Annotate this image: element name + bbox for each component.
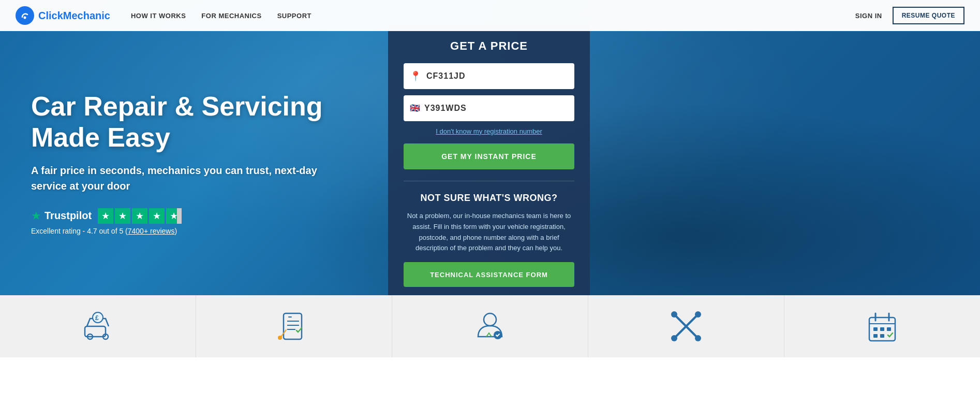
nav-links: HOW IT WORKS FOR MECHANICS SUPPORT xyxy=(131,12,855,20)
star-1: ★ xyxy=(98,208,113,224)
trustpilot-logo: ★ Trustpilot xyxy=(31,209,92,223)
nav-how-it-works[interactable]: HOW IT WORKS xyxy=(131,12,186,20)
checklist-icon xyxy=(276,308,312,344)
logo-icon xyxy=(16,6,34,25)
star-5-half: ★ xyxy=(166,208,182,224)
unknown-reg-link[interactable]: I don't know my registration number xyxy=(404,127,574,135)
svg-rect-25 xyxy=(873,327,878,331)
gb-flag-icon: 🇬🇧 xyxy=(410,103,420,113)
postcode-input-group[interactable]: 📍 xyxy=(404,63,574,89)
svg-rect-7 xyxy=(284,313,302,339)
tools-cross-icon xyxy=(668,308,704,344)
hero-section: Car Repair & Servicing Made Easy A fair … xyxy=(0,0,980,295)
svg-point-17 xyxy=(671,311,677,318)
logo-text: ClickMechanic xyxy=(38,10,110,22)
svg-point-0 xyxy=(20,10,30,21)
svg-rect-28 xyxy=(873,334,878,338)
money-car-icon: £ xyxy=(80,308,116,344)
trustpilot-name: Trustpilot xyxy=(44,210,92,222)
svg-text:£: £ xyxy=(95,314,99,322)
hero-text-block: Car Repair & Servicing Made Easy A fair … xyxy=(0,91,388,235)
svg-point-13 xyxy=(484,313,496,326)
location-icon: 📍 xyxy=(410,70,421,82)
hero-subtitle: A fair price in seconds, mechanics you c… xyxy=(31,163,331,194)
nav-right: SIGN IN RESUME QUOTE xyxy=(855,7,964,24)
icon-item-pricing: £ xyxy=(0,295,196,357)
card-divider xyxy=(404,181,574,181)
registration-input[interactable] xyxy=(424,104,568,113)
icon-item-mechanics xyxy=(392,295,588,357)
svg-rect-27 xyxy=(887,327,891,331)
hero-title: Car Repair & Servicing Made Easy xyxy=(31,91,357,153)
star-3: ★ xyxy=(132,208,147,224)
svg-rect-26 xyxy=(880,327,884,331)
resume-quote-button[interactable]: RESUME QUOTE xyxy=(893,7,964,24)
reviews-link[interactable]: 7400+ reviews xyxy=(128,227,175,235)
svg-point-18 xyxy=(695,311,701,318)
rating-text: Excellent rating - 4.7 out of 5 (7400+ r… xyxy=(31,227,357,235)
icon-item-tools xyxy=(588,295,784,357)
sign-in-link[interactable]: SIGN IN xyxy=(855,12,882,20)
postcode-input[interactable] xyxy=(426,71,568,81)
price-card-title: GET A PRICE xyxy=(404,39,574,53)
not-sure-description: Not a problem, our in-house mechanics te… xyxy=(404,211,574,254)
technical-assistance-button[interactable]: TECHNICAL ASSISTANCE FORM xyxy=(404,262,574,287)
get-price-button[interactable]: GET MY INSTANT PRICE xyxy=(404,143,574,169)
svg-rect-29 xyxy=(880,334,884,338)
price-card: GET A PRICE 📍 🇬🇧 I don't know my registr… xyxy=(388,24,590,295)
star-2: ★ xyxy=(115,208,130,224)
logo[interactable]: ClickMechanic xyxy=(16,6,110,25)
star-rating: ★ ★ ★ ★ ★ xyxy=(98,208,182,224)
icon-item-scheduling xyxy=(784,295,980,357)
svg-point-20 xyxy=(695,335,701,341)
navbar: ClickMechanic HOW IT WORKS FOR MECHANICS… xyxy=(0,0,980,31)
hero-content: Car Repair & Servicing Made Easy A fair … xyxy=(0,0,980,295)
nav-support[interactable]: SUPPORT xyxy=(277,12,311,20)
nav-for-mechanics[interactable]: FOR MECHANICS xyxy=(201,12,261,20)
calendar-check-icon xyxy=(864,308,900,344)
svg-point-1 xyxy=(24,17,26,19)
bottom-icons-row: £ xyxy=(0,295,980,357)
svg-point-19 xyxy=(671,335,677,341)
svg-point-12 xyxy=(278,336,282,340)
trustpilot-star-icon: ★ xyxy=(31,209,41,223)
not-sure-title: NOT SURE WHAT'S WRONG? xyxy=(404,193,574,204)
icon-item-booking xyxy=(196,295,392,357)
star-4: ★ xyxy=(149,208,165,224)
registration-input-group[interactable]: 🇬🇧 xyxy=(404,95,574,121)
trustpilot-row: ★ Trustpilot ★ ★ ★ ★ ★ xyxy=(31,208,357,224)
mechanic-shield-icon xyxy=(472,308,508,344)
